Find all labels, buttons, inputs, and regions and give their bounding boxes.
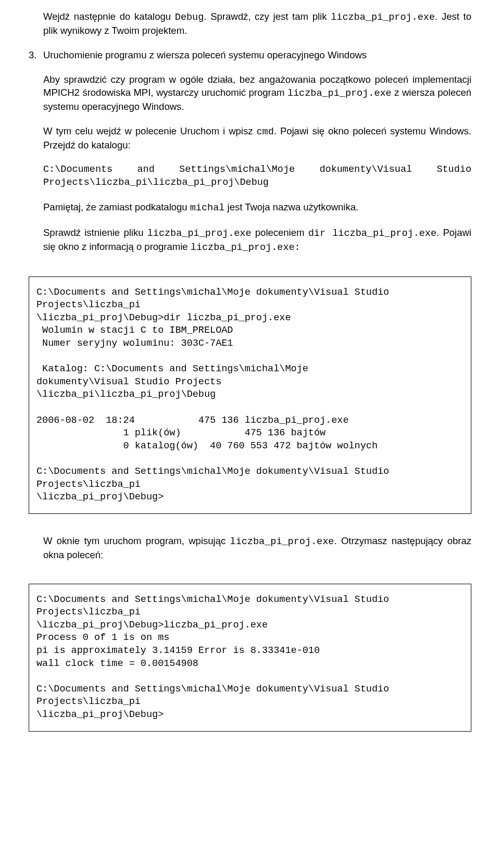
paragraph-enter-debug: Wejdź następnie do katalogu Debug. Spraw… [43,10,471,37]
code-inline-exe: liczba_pi_proj.exe [331,12,435,23]
document-page: Wejdź następnie do katalogu Debug. Spraw… [0,0,500,773]
text: Sprawdź istnienie pliku [43,227,147,238]
text: W oknie tym uruchom program, wpisując [43,535,230,546]
code-inline-cmd: cmd [256,127,273,137]
text: W tym celu wejdź w polecenie Uruchom i w… [43,125,256,136]
list-item-heading: Uruchomienie programu z wiersza poleceń … [43,49,471,62]
path-block: C:\Documents and Settings\michal\Moje do… [43,163,471,190]
code-inline-michal: michal [190,203,225,213]
paragraph-username-note: Pamiętaj, że zamiast podkatalogu michal … [43,201,471,215]
code-inline-exe: liczba_pi_proj.exe [147,228,252,239]
paragraph-run-program: Aby sprawdzić czy program w ogóle działa… [43,73,471,114]
paragraph-cmd: W tym celu wejdź w polecenie Uruchom i w… [43,125,471,152]
code-inline-exe: liczba_pi_proj.exe [230,536,334,547]
code-inline-exe: liczba_pi_proj.exe [288,88,392,99]
text: jest Twoja nazwa użytkownika. [224,202,358,212]
text: . Sprawdź, czy jest tam plik [204,11,331,22]
code-inline-dir: dir liczba_pi_proj.exe [308,228,436,239]
terminal-output-run: C:\Documents and Settings\michal\Moje do… [29,584,471,732]
code-inline-debug: Debug [175,12,204,23]
list-item-3: 3. Uruchomienie programu z wiersza polec… [29,49,471,62]
code-inline-exe-colon: liczba_pi_proj.exe: [191,242,301,253]
text: Pamiętaj, że zamiast podkatalogu [43,202,190,212]
list-number: 3. [29,49,43,62]
text: Wejdź następnie do katalogu [43,11,175,22]
paragraph-check-file: Sprawdź istnienie pliku liczba_pi_proj.e… [43,227,471,255]
paragraph-run-exe: W oknie tym uruchom program, wpisując li… [43,535,471,562]
text: poleceniem [252,227,308,238]
terminal-output-dir: C:\Documents and Settings\michal\Moje do… [29,276,471,514]
